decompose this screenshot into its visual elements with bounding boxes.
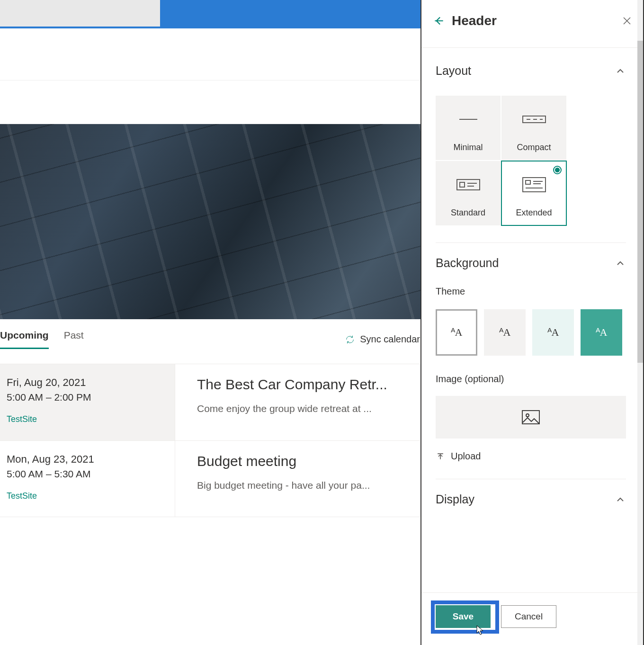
- svg-point-15: [526, 414, 529, 417]
- theme-swatch-white[interactable]: ᴬA: [436, 309, 477, 356]
- section-display-toggle[interactable]: Display: [436, 493, 626, 506]
- close-icon[interactable]: [621, 15, 633, 27]
- theme-swatch-accent[interactable]: ᴬA: [581, 309, 622, 356]
- event-tabs: Upcoming Past: [0, 330, 84, 349]
- event-site[interactable]: TestSite: [7, 491, 168, 501]
- event-desc: Come enjoy the group wide retreat at ...: [197, 403, 410, 414]
- event-desc: Big budget meeting - have all your pa...: [197, 480, 410, 491]
- svg-rect-10: [526, 180, 530, 184]
- selected-radio-icon: [553, 166, 562, 174]
- section-layout-title: Layout: [436, 64, 471, 78]
- svg-rect-5: [457, 179, 480, 190]
- event-title: The Best Car Company Retr...: [197, 376, 410, 393]
- swatch-glyph: ᴬA: [596, 326, 608, 339]
- layout-option-label: Standard: [451, 208, 485, 218]
- search-input[interactable]: [0, 0, 160, 27]
- image-label: Image (optional): [436, 374, 626, 385]
- event-date: Mon, Aug 23, 2021: [7, 453, 168, 466]
- upload-label: Upload: [451, 451, 481, 462]
- event-time: 5:00 AM – 5:30 AM: [7, 468, 168, 480]
- layout-option-standard[interactable]: Standard: [436, 161, 501, 225]
- header-settings-panel: Header Layout Minimal Compact St: [420, 0, 644, 645]
- layout-option-label: Extended: [516, 208, 552, 218]
- cancel-button[interactable]: Cancel: [501, 605, 556, 628]
- back-arrow-icon[interactable]: [433, 15, 445, 27]
- image-placeholder[interactable]: [436, 396, 626, 439]
- save-button[interactable]: Save: [436, 605, 491, 628]
- section-background: Background Theme ᴬA ᴬA ᴬA ᴬA Image (opti…: [436, 243, 626, 479]
- theme-swatch-tint[interactable]: ᴬA: [532, 309, 574, 356]
- sync-label: Sync calendar: [360, 334, 420, 345]
- swatch-glyph: ᴬA: [547, 326, 559, 339]
- section-display: Display: [436, 479, 626, 512]
- sync-calendar-button[interactable]: Sync calendar: [345, 334, 420, 345]
- section-background-toggle[interactable]: Background: [436, 256, 626, 270]
- swatch-glyph: ᴬA: [451, 326, 463, 339]
- chevron-up-icon: [615, 494, 626, 505]
- panel-title: Header: [452, 13, 615, 28]
- svg-rect-6: [460, 182, 465, 187]
- sync-icon: [345, 334, 355, 345]
- chevron-up-icon: [615, 258, 626, 269]
- layout-option-label: Compact: [517, 143, 551, 152]
- list-item[interactable]: Fri, Aug 20, 2021 5:00 AM – 2:00 PM Test…: [0, 364, 420, 440]
- event-time: 5:00 AM – 2:00 PM: [7, 392, 168, 403]
- section-layout: Layout Minimal Compact Standard: [436, 51, 626, 243]
- event-site[interactable]: TestSite: [7, 414, 168, 424]
- tab-upcoming[interactable]: Upcoming: [0, 330, 49, 349]
- event-title: Budget meeting: [197, 453, 410, 469]
- section-background-title: Background: [436, 256, 499, 270]
- section-display-title: Display: [436, 493, 474, 506]
- layout-option-extended[interactable]: Extended: [501, 161, 566, 225]
- theme-swatch-gray[interactable]: ᴬA: [484, 309, 526, 356]
- section-layout-toggle[interactable]: Layout: [436, 64, 626, 78]
- panel-footer: Save Cancel: [421, 592, 644, 645]
- layout-option-minimal[interactable]: Minimal: [436, 96, 501, 160]
- chevron-up-icon: [615, 65, 626, 77]
- layout-option-label: Minimal: [453, 143, 483, 152]
- tab-past[interactable]: Past: [64, 330, 84, 349]
- events-list: Fri, Aug 20, 2021 5:00 AM – 2:00 PM Test…: [0, 364, 420, 517]
- theme-label: Theme: [436, 286, 626, 297]
- event-date: Fri, Aug 20, 2021: [7, 376, 168, 389]
- upload-button[interactable]: Upload: [436, 451, 626, 462]
- swatch-glyph: ᴬA: [499, 326, 511, 339]
- list-item[interactable]: Mon, Aug 23, 2021 5:00 AM – 5:30 AM Test…: [0, 440, 420, 517]
- cursor-icon: [476, 625, 485, 636]
- layout-option-compact[interactable]: Compact: [501, 96, 566, 160]
- upload-icon: [436, 452, 445, 461]
- main-content: Upcoming Past Sync calendar Fri, Aug 20,…: [0, 319, 420, 517]
- image-icon: [522, 410, 540, 424]
